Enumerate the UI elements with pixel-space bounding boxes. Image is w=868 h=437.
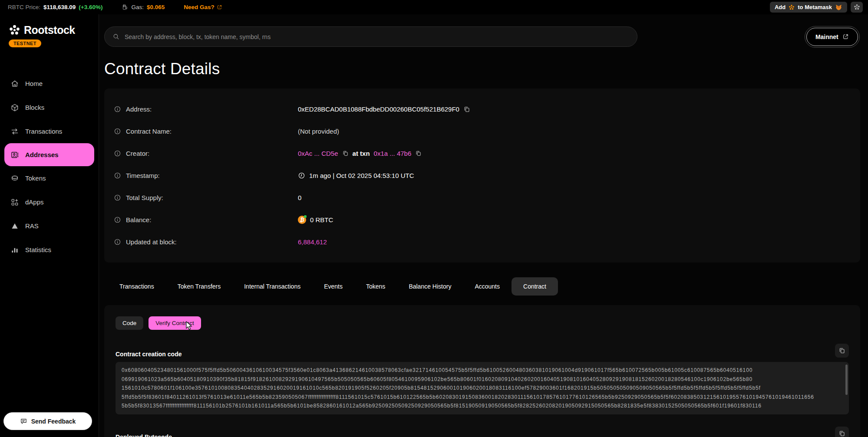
detail-row-updated-block: Updated at block: 6,884,612 [114,231,851,253]
triangle-icon [10,222,19,230]
address-label: Address: [126,105,152,113]
detail-row-address: Address: 0xED28BCAD0B1088FbdbeDD00260BC0… [114,98,851,120]
detail-row-timestamp: Timestamp: 1m ago | Oct 02 2025 04:53:10… [114,164,851,187]
send-feedback-button[interactable]: Send Feedback [3,412,92,430]
address-value: 0xED28BCAD0B1088FbdbeDD00260BC05f521B629… [298,105,459,113]
brand-logo[interactable]: Rootstock [0,14,99,36]
sidebar-item-transactions[interactable]: Transactions [0,119,99,143]
mainnet-switch-button[interactable]: Mainnet [806,28,858,46]
sidebar-item-dapps[interactable]: dApps [0,190,99,214]
sidebar-item-label: dApps [25,198,44,206]
mainnet-label: Mainnet [815,33,838,40]
sidebar-item-label: Statistics [25,246,51,253]
gas-group: Gas: $0.065 [122,4,165,10]
detail-row-contract-name: Contract Name: (Not provided) [114,120,851,142]
add-to-metamask-button[interactable]: Add to Metamask [770,2,847,13]
detail-row-balance: Balance: ₿ 0 RBTC [114,209,851,231]
tab-contract[interactable]: Contract [512,277,558,296]
to-metamask-label: to Metamask [798,4,832,10]
brand-name: Rootstock [24,24,75,36]
at-txn-label: at txn [353,150,370,157]
balance-value: 0 RBTC [310,216,333,223]
creation-code-label: Contract creation code [116,351,182,358]
detail-row-creator: Creator: 0xAc ... CD5e at txn 0x1a ... 4… [114,142,851,164]
copy-icon[interactable] [342,150,349,157]
need-gas-link[interactable]: Need Gas? [184,4,222,10]
add-label: Add [775,4,785,10]
sidebar-item-tokens[interactable]: Tokens [0,166,99,190]
creation-code-line: 1561010c5780601f106100e35761010080835404… [122,384,842,393]
gas-label: Gas: [132,4,144,10]
sidebar-item-ras[interactable]: RAS [0,214,99,238]
creation-code-line: 069919061023a565b60405180910390f35b81815… [122,375,842,384]
code-scrollbar[interactable] [845,365,848,395]
updated-block-link[interactable]: 6,884,612 [298,238,327,246]
tab-transactions[interactable]: Transactions [108,278,166,295]
creator-address-link[interactable]: 0xAc ... CD5e [298,150,338,157]
creation-code-box[interactable]: 0x608060405234801561000f575f5ffd5b506004… [116,362,849,414]
contract-name-value: (Not provided) [298,128,339,135]
bar-chart-icon [10,246,19,254]
copy-bytecode-button[interactable] [835,427,849,437]
theme-toggle-button[interactable] [851,2,863,13]
sidebar-item-label: RAS [25,222,39,230]
sidebar-nav: Home Blocks Transactions Addresses [0,72,99,262]
search-row: Mainnet [104,26,860,47]
copy-icon[interactable] [415,150,422,157]
copy-creation-code-button[interactable] [835,344,849,358]
address-tabs: Transactions Token Transfers Internal Tr… [108,277,860,296]
info-icon [114,238,121,246]
need-gas-label: Need Gas? [184,4,215,10]
copy-icon[interactable] [463,106,470,113]
search-bar[interactable] [104,26,637,47]
balance-label: Balance: [126,216,151,223]
detail-row-total-supply: Total Supply: 0 [114,187,851,209]
sidebar-item-home[interactable]: Home [0,72,99,95]
top-status-bar: RBTC Price: $118,638.09 (+3.60%) Gas: $0… [0,0,868,14]
tab-token-transfers[interactable]: Token Transfers [166,278,233,295]
gas-value: $0.065 [147,4,165,10]
rbtc-price-change: (+3.60%) [79,4,102,10]
info-icon [114,128,121,135]
verify-contract-button[interactable]: Verify Contract [149,316,201,330]
tab-accounts[interactable]: Accounts [463,278,512,295]
info-icon [114,172,121,179]
tab-internal-transactions[interactable]: Internal Transactions [232,278,312,295]
sidebar-item-label: Home [25,80,43,87]
total-supply-value: 0 [298,194,301,201]
tab-tokens[interactable]: Tokens [354,278,397,295]
price-group: RBTC Price: $118,638.09 (+3.60%) [8,4,103,10]
sidebar-item-statistics[interactable]: Statistics [0,238,99,262]
page-title: Contract Details [104,60,860,78]
sidebar-item-blocks[interactable]: Blocks [0,95,99,119]
tab-events[interactable]: Events [312,278,354,295]
external-link-icon [217,4,222,10]
rootstock-token-icon [789,4,795,10]
creation-code-line: 5b5b5f83013567ffffffffffffffff811156101b… [122,401,842,411]
creator-label: Creator: [126,150,149,157]
rbtc-coin-icon: ₿ [298,216,306,224]
gas-pump-icon [122,4,129,10]
external-link-icon [842,33,849,40]
sidebar-item-label: Blocks [25,104,44,111]
contract-name-label: Contract Name: [126,128,172,135]
code-subtab-button[interactable]: Code [116,316,143,330]
search-icon [112,33,120,40]
sidebar-item-label: Transactions [25,128,62,135]
dapps-grid-icon [10,198,19,207]
updated-block-label: Updated at block: [126,238,177,246]
transfer-arrows-icon [10,127,19,136]
sidebar-item-addresses[interactable]: Addresses [4,143,94,166]
info-icon [114,194,121,201]
timestamp-value: 1m ago | Oct 02 2025 04:53:10 UTC [309,172,414,179]
rbtc-price-value: $118,638.09 [43,4,76,10]
timestamp-label: Timestamp: [126,172,160,179]
search-input[interactable] [125,33,629,40]
tab-balance-history[interactable]: Balance History [397,278,463,295]
testnet-badge: TESTNET [9,39,41,47]
creation-txn-link[interactable]: 0x1a ... 47b6 [374,150,412,157]
rbtc-price-label: RBTC Price: [8,4,40,10]
creation-code-line: 5ffd5b5f5f83601f84011261013f5761013e6101… [122,393,842,402]
contract-details-card: Address: 0xED28BCAD0B1088FbdbeDD00260BC0… [104,89,860,263]
metamask-fox-icon [835,4,842,11]
